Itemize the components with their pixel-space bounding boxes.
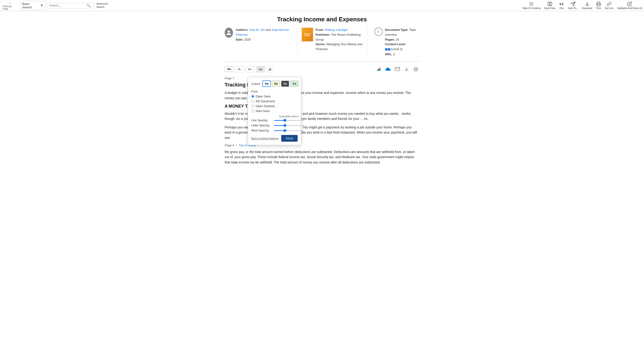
decrease-font-label: A- <box>238 68 241 71</box>
search-box: 🔍 <box>47 3 94 8</box>
get-link-label: Get Link <box>605 7 614 10</box>
metadata-book: Making a Budget From: Making a Budget Pu… <box>297 28 367 52</box>
color-swatch-beige[interactable]: Aa <box>272 80 280 87</box>
font-label-notosans: Noto Sans <box>256 109 270 113</box>
spacing-col-default: Default <box>279 115 287 118</box>
search-input[interactable] <box>50 4 86 7</box>
increase-font-label: A+ <box>248 68 252 71</box>
color-swatch-green[interactable]: Aa <box>290 80 298 87</box>
word-spacing-slider[interactable] <box>274 130 304 131</box>
decrease-font-button[interactable]: A- <box>236 66 244 72</box>
date-label: Date: <box>236 38 244 41</box>
search-type-dropdown[interactable]: Basic Search ▼ <box>20 1 46 10</box>
get-link-icon <box>607 2 612 6</box>
font-style-label: Aa <box>259 68 262 71</box>
article-title: Tracking Income and Expenses <box>225 16 419 23</box>
level-sq-1 <box>385 48 387 50</box>
content-level-badge: (Level 3) <box>385 47 403 52</box>
font-radio-opensans[interactable] <box>251 95 254 98</box>
level-squares <box>385 48 390 50</box>
send-to-icon <box>570 2 576 6</box>
download-icon <box>585 2 590 6</box>
toolbar-left: ‹ Previous Page Basic Search ▼ 🔍 Advance… <box>2 0 108 11</box>
font-radio-notosans[interactable] <box>251 110 254 112</box>
font-label: Font: <box>251 90 298 93</box>
book-view-label: Book View <box>544 7 555 10</box>
done-button[interactable]: Done <box>281 135 298 142</box>
svg-rect-4 <box>550 2 552 6</box>
svg-rect-5 <box>597 4 600 6</box>
letter-spacing-slider[interactable] <box>274 125 304 126</box>
color-swatch-white[interactable]: Aa <box>262 80 271 87</box>
color-swatches: Aa Aa Aa Aa <box>262 80 298 87</box>
table-of-contents-button[interactable]: Table Of Contents <box>522 2 540 10</box>
author-icon <box>225 28 233 38</box>
font-option-notosans[interactable]: Noto Sans <box>251 109 298 113</box>
onedrive-button[interactable] <box>384 66 392 72</box>
print-button[interactable]: Print <box>596 2 601 10</box>
a-span: A <box>230 68 231 70</box>
pages-value: 10 <box>396 38 399 41</box>
colors-row: Colors: Aa Aa Aa Aa <box>251 80 298 87</box>
google-drive-button[interactable] <box>375 66 382 72</box>
download-button[interactable]: Download <box>582 2 592 10</box>
onedrive-icon <box>386 68 390 71</box>
increase-font-button[interactable]: A+ <box>246 66 254 72</box>
font-label-ebgaramond: EB Garamond <box>256 100 275 103</box>
font-radio-opendyslexic[interactable] <box>251 104 254 108</box>
font-option-opensans[interactable]: Open Sans <box>251 94 298 98</box>
authors-text: Authors: Xina M. Uhl and Judy Monroe Pet… <box>236 28 290 42</box>
book-info-text: From: Making a Budget Publisher: The Ros… <box>316 28 362 52</box>
email-icon <box>395 67 400 71</box>
highlights-notes-button[interactable]: Highlights And Notes (0) <box>617 2 642 10</box>
cite-label: Cite <box>560 7 564 10</box>
font-radio-ebgaramond[interactable] <box>251 100 254 103</box>
send-to-button[interactable]: Send To... <box>568 2 578 10</box>
toolbar-right: Table Of Contents Book View Cite Send To… <box>522 2 642 10</box>
font-settings-popup: Colors: Aa Aa Aa Aa Font: Open Sans EB G… <box>248 77 301 145</box>
search-icon[interactable]: 🔍 <box>86 4 90 8</box>
email-button[interactable] <box>394 66 401 72</box>
line-spacing-row: Line Spacing <box>251 119 298 122</box>
highlights-notes-label: Highlights And Notes (0) <box>617 7 642 10</box>
save-icon <box>404 67 409 72</box>
font-label-opendyslexic: Open Dyslexic <box>256 104 275 108</box>
date-value: 2020 <box>244 38 251 41</box>
send-to-label: Send To... <box>568 7 578 10</box>
author1-link[interactable]: Xina M. Uhl <box>249 28 265 32</box>
page8-para1: the gross pay, or the total amount earne… <box>225 149 419 165</box>
svg-rect-7 <box>415 70 417 71</box>
audio-button[interactable]: 🔊 <box>266 66 274 73</box>
print2-button[interactable] <box>412 66 419 72</box>
and-text: and <box>266 28 272 32</box>
from-label: From: <box>316 28 324 32</box>
print2-icon <box>414 67 418 72</box>
advanced-search-link[interactable]: Advanced Search <box>96 2 108 8</box>
font-option-opendyslexic[interactable]: Open Dyslexic <box>251 104 298 108</box>
print-icon <box>596 2 601 6</box>
get-link-button[interactable]: Get Link <box>605 2 614 10</box>
book-title-link[interactable]: Making a Budget <box>325 28 348 32</box>
prev-page-button[interactable]: ‹ Previous Page <box>2 0 18 11</box>
book-thumbnail: Making a Budget <box>302 28 313 42</box>
back-to-default-button[interactable]: Back to Default Settings <box>251 137 278 140</box>
color-swatch-dark[interactable]: Aa <box>281 80 289 87</box>
pages-label: Pages: <box>385 38 395 41</box>
table-of-contents-icon <box>529 2 534 6</box>
metadata-divider <box>225 62 419 62</box>
font-row: Font: Open Sans EB Garamond Open Dyslexi… <box>251 90 298 113</box>
font-option-ebgaramond[interactable]: EB Garamond <box>251 100 298 103</box>
font-style-button[interactable]: Aa <box>256 66 265 72</box>
doc-type-label: Document Type: <box>385 28 408 32</box>
save-button[interactable] <box>403 66 410 72</box>
content-level-label: Content Level: <box>385 42 406 46</box>
book-view-button[interactable]: Book View <box>544 2 555 10</box>
search-type-label: Basic Search <box>22 2 40 9</box>
highlights-notes-icon <box>627 2 632 6</box>
word-spacing-label: Word Spacing <box>251 129 272 132</box>
letter-spacing-row: Letter Spacing <box>251 124 298 127</box>
cite-button[interactable]: Cite <box>559 2 564 10</box>
ai-button[interactable]: AI A <box>225 66 234 72</box>
line-spacing-slider[interactable] <box>274 120 304 121</box>
reading-toolbar: AI A A- A+ Aa 🔊 <box>225 66 419 73</box>
